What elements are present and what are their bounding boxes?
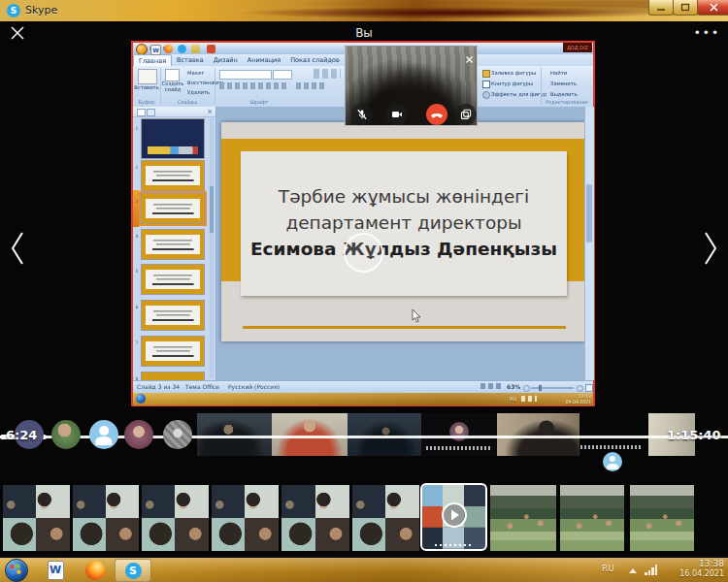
slide1-logos (148, 146, 198, 154)
timeline-avatar-placeholder[interactable] (89, 420, 118, 449)
remote-clock: 12:13 09.04.2021 (550, 394, 591, 404)
start-button[interactable] (5, 559, 28, 582)
media-thumbnail[interactable] (3, 485, 70, 551)
status-zoom-value: 63% (507, 383, 520, 390)
slide-number: 6 (134, 305, 140, 309)
remote-start-orb (136, 394, 146, 404)
remote-word-icon: W (150, 45, 161, 55)
slide-number: 7 (134, 340, 140, 345)
camera-button[interactable] (386, 104, 408, 125)
share-screen-button[interactable] (455, 104, 477, 125)
panel-scrollbar-thumb (210, 186, 214, 233)
slide-thumbnail-2 (141, 160, 205, 191)
paste-icon (138, 69, 157, 84)
status-theme: Тема Office (185, 383, 219, 390)
filmstrip-frame[interactable] (347, 413, 421, 456)
media-thumbnail[interactable] (73, 485, 139, 551)
self-video-overlay[interactable] (345, 46, 478, 126)
timeline-avatar-placeholder[interactable] (603, 452, 622, 471)
windows-taskbar (0, 558, 728, 582)
group-label-slides: Слайды (161, 99, 214, 105)
tray-date: 16.04.2021 (656, 569, 724, 579)
tab-insert: Вставка (172, 54, 209, 65)
media-thumbnail[interactable] (352, 485, 419, 551)
zoom-in-button (577, 385, 583, 392)
remote-skype-icon (178, 45, 186, 53)
tray-language-indicator[interactable]: RU (602, 564, 614, 573)
view-buttons (480, 383, 502, 389)
slide-thumbnail-1 (141, 118, 205, 159)
play-icon (441, 501, 468, 529)
find-button: Найти (550, 70, 567, 76)
filmstrip-frame[interactable] (272, 413, 347, 456)
end-call-button[interactable] (426, 104, 447, 125)
slide-line-1: Тәрбие жұмысы жөніндегі (241, 183, 567, 210)
tray-time: 13:38 (656, 559, 724, 569)
slide-text: Тәрбие жұмысы жөніндегі департамент дире… (241, 183, 567, 262)
camera-icon (391, 109, 403, 120)
elapsed-time: 6:24 (6, 428, 37, 442)
minimize-button[interactable] (648, 0, 674, 16)
more-options-button[interactable]: ••• (694, 26, 720, 40)
tray-clock[interactable]: 13:38 16.04.2021 (656, 559, 724, 579)
video-buffer-circle (344, 233, 383, 273)
status-slide-info: Слайд 3 из 34 (137, 383, 180, 390)
timeline-avatar[interactable] (51, 420, 81, 449)
slide-thumbnail-6 (141, 300, 205, 331)
media-thumbnail[interactable] (212, 485, 279, 551)
filmstrip-frame[interactable] (197, 413, 272, 456)
window-title: Skype (25, 4, 57, 16)
paste-button: Вставить (134, 84, 159, 90)
slide-thumbnail-4 (141, 229, 205, 260)
slide-underline (243, 326, 566, 329)
ribbon-separator (541, 68, 542, 105)
maximize-button[interactable] (673, 0, 698, 16)
skype-icon: S (125, 563, 142, 579)
paragraph-buttons (314, 69, 341, 79)
layout-button: Макет (187, 70, 204, 76)
media-thumbnail[interactable] (281, 485, 349, 551)
screenshot-root: S Skype Вы ••• ДОД DIZ Главная Вставка (0, 0, 728, 582)
media-thumbnail[interactable] (630, 485, 694, 551)
tab-animation: Анимация (243, 54, 285, 65)
filmstrip-frame[interactable] (497, 413, 579, 456)
taskbar-firefox-button[interactable] (82, 560, 109, 581)
tab-design: Дизайн (209, 54, 243, 65)
play-button[interactable] (441, 501, 468, 533)
selected-media-thumbnail[interactable] (420, 483, 487, 551)
mute-microphone-button[interactable] (351, 104, 373, 125)
media-thumbnail[interactable] (560, 485, 624, 551)
tab-slideshow: Показ слайдов (285, 54, 345, 65)
taskbar-skype-button-active[interactable]: S (115, 559, 151, 582)
timeline-avatar[interactable] (124, 420, 153, 449)
back-close-button[interactable] (10, 25, 25, 45)
font-size-combobox (273, 70, 292, 80)
taskbar-word-button[interactable]: W (41, 560, 70, 581)
slide-thumbnail-3-selected (141, 193, 205, 224)
shape-fill-button: Заливка фигуры (491, 70, 536, 76)
ppt-slide-panel: × 1 2 3 4 5 6 7 8 (133, 107, 216, 380)
remote-tray-icons (521, 396, 537, 402)
total-duration: 1:15:40 (667, 428, 721, 442)
previous-media-button[interactable] (8, 230, 29, 271)
slide-thumbnail-5 (141, 264, 205, 295)
panel-scrollbar (210, 118, 214, 378)
tray-show-hidden-icon[interactable] (629, 568, 637, 573)
firefox-icon (85, 561, 105, 580)
remote-corner-label: ДОД DIZ (563, 43, 592, 52)
remote-language-indicator: RU (510, 396, 516, 402)
thumb-text (146, 270, 200, 289)
participant-dots (435, 544, 474, 546)
filmstrip-frame[interactable] (421, 413, 497, 456)
zoom-slider (531, 387, 574, 389)
overlay-close-button[interactable] (465, 49, 474, 68)
next-media-button[interactable] (699, 230, 720, 271)
close-button[interactable] (697, 0, 728, 16)
media-thumbnail[interactable] (142, 485, 209, 551)
media-thumbnail[interactable] (490, 485, 556, 551)
participant-name-caption (426, 446, 492, 450)
timeline-avatar[interactable] (163, 420, 192, 449)
fit-to-window-button (585, 384, 593, 392)
select-button: Выделить (550, 91, 578, 97)
shape-fill-icon (482, 70, 490, 78)
